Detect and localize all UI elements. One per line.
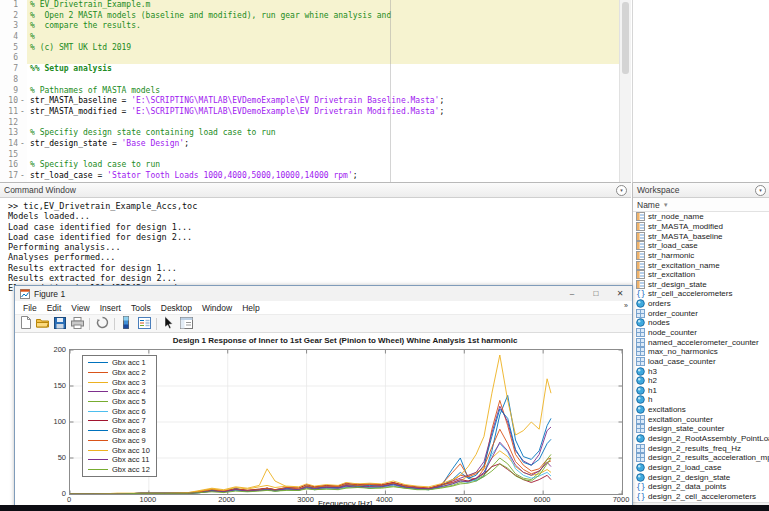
workspace-variable[interactable]: str_excitation_name [633,260,769,270]
menu-insert[interactable]: Insert [100,303,121,313]
code-segment: str_load_case = [30,171,107,180]
numeric-variable-icon [636,444,645,453]
code-segment: % Specifiy load case to run [30,160,160,169]
workspace-variable[interactable]: {}str_cell_accelerometers [633,289,769,299]
console-line: Models loaded... [8,211,631,221]
code-line[interactable]: 16% Specifiy load case to run [0,160,631,171]
workspace-variable[interactable]: design_state_counter [633,424,769,434]
workspace-variable[interactable]: named_accelerometer_counter [633,337,769,347]
workspace-variable[interactable]: node_counter [633,328,769,338]
line-number: 15 [0,150,18,161]
link-plot-button[interactable] [95,317,109,331]
menu-view[interactable]: View [71,303,89,313]
menu-edit[interactable]: Edit [47,303,62,313]
code-line[interactable]: 3% compare the results. [0,21,631,32]
edit-plot-button[interactable] [162,317,176,331]
workspace-variable[interactable]: design_2_load_case [633,463,769,473]
insert-legend-button[interactable] [137,317,151,331]
workspace-variable[interactable]: h3 [633,366,769,376]
code-line[interactable]: 2% Open 2 MASTA models (baseline and mod… [0,11,631,22]
code-line[interactable]: 10-str_MASTA_baseline = 'E:\SCRIPTING\MA… [0,96,631,107]
figure-titlebar[interactable]: Figure 1 –□✕ [15,286,632,301]
code-line[interactable]: 1% EV_Drivetrain_Example.m [0,0,631,11]
code-line[interactable]: 4% [0,32,631,43]
menu-help[interactable]: Help [242,303,259,313]
menu-window[interactable]: Window [202,303,232,313]
workspace-variable[interactable]: h2 [633,376,769,386]
line-number: 13 [0,128,18,139]
workspace-variable[interactable]: load_case_counter [633,357,769,367]
menu-file[interactable]: File [23,303,37,313]
workspace-variable[interactable]: str_design_state [633,279,769,289]
panel-menu-icon[interactable]: ▾ [616,185,627,196]
workspace-name-column-header[interactable]: Name ▼ [633,198,769,212]
workspace-variable[interactable]: nodes [633,318,769,328]
code-segment: 'Stator Tooth Loads 1000,4000,5000,10000… [107,171,353,180]
maximize-button[interactable]: □ [584,286,608,301]
editor-scrollbar[interactable] [619,0,631,182]
workspace-panel[interactable]: Workspace ▾ Name ▼ str_node_namestr_MAST… [632,183,769,511]
workspace-variable[interactable]: design_2_results_acceleration_mps2 [633,453,769,463]
workspace-variable[interactable]: order_counter [633,308,769,318]
variable-name: str_design_state [648,280,707,289]
close-button[interactable]: ✕ [608,286,632,301]
code-line[interactable]: 7%% Setup analysis [0,64,631,75]
workspace-variable[interactable]: {}design_2_cell_accelerometers [633,492,769,502]
code-line[interactable]: 5% (c) SMT UK Ltd 2019 [0,43,631,54]
plot-axes[interactable]: Gbx acc 1Gbx acc 2Gbx acc 3Gbx acc 4Gbx … [69,349,623,495]
code-line[interactable]: 8 [0,75,631,86]
workspace-variable[interactable]: str_node_name [633,212,769,222]
code-line[interactable]: 15 [0,150,631,161]
workspace-variable[interactable]: str_harmonic [633,251,769,261]
variable-name: design_2_load_case [648,463,721,472]
workspace-variable[interactable]: h1 [633,386,769,396]
code-line[interactable]: 6 [0,53,631,64]
code-line[interactable]: 11-str_MASTA_modified = 'E:\SCRIPTING\MA… [0,107,631,118]
variable-name: str_excitation_name [648,261,720,270]
open-file-button[interactable] [36,317,50,331]
figure-window[interactable]: Figure 1 –□✕ FileEditViewInsertToolsDesk… [14,285,633,511]
print-figure-button[interactable] [70,317,84,331]
workspace-variable[interactable]: design_2_design_state [633,472,769,482]
plot-legend[interactable]: Gbx acc 1Gbx acc 2Gbx acc 3Gbx acc 4Gbx … [82,355,157,477]
property-inspector-button[interactable] [179,317,193,331]
window-controls: –□✕ [560,286,632,301]
workspace-variable[interactable]: {}design_2_data_points [633,482,769,492]
workspace-variable[interactable]: str_MASTA_modified [633,222,769,232]
code-line[interactable]: 17-str_load_case = 'Stator Tooth Loads 1… [0,171,631,182]
legend-label: Gbx acc 12 [112,465,150,474]
minimize-button[interactable]: – [560,286,584,301]
workspace-variable[interactable]: orders [633,299,769,309]
editor-pane[interactable]: 1% EV_Drivetrain_Example.m2% Open 2 MAST… [0,0,631,183]
legend-entry: Gbx acc 12 [88,465,150,475]
save-figure-button[interactable] [53,317,67,331]
code-line[interactable]: 14-str_design_state = 'Base Design'; [0,139,631,150]
workspace-variable[interactable]: excitations [633,405,769,415]
workspace-variable[interactable]: max_no_harmonics [633,347,769,357]
workspace-variable[interactable]: str_excitation [633,270,769,280]
menu-tools[interactable]: Tools [131,303,151,313]
editor-empty-area [632,0,769,183]
workspace-variable[interactable]: design_2_results_freq_Hz [633,443,769,453]
menu-desktop[interactable]: Desktop [161,303,192,313]
command-window-output[interactable]: >> tic,EV_Drivetrain_Example_Accs,tocMod… [0,198,631,294]
workspace-variable[interactable]: design_2_RootAssembly_PointLoads [633,434,769,444]
legend-label: Gbx acc 4 [112,387,146,396]
panel-menu-icon[interactable]: ▾ [755,185,766,196]
variable-name: design_2_results_acceleration_mps2 [648,453,769,462]
legend-line-sample [88,440,108,441]
workspace-variable[interactable]: h [633,395,769,405]
menu-overflow-icon[interactable]: » [624,302,628,309]
code-line[interactable]: 13% Specifiy design state containing loa… [0,128,631,139]
new-figure-button[interactable] [19,317,33,331]
code-segment: str_MASTA_baseline = [30,96,131,105]
insert-colorbar-button[interactable] [120,317,134,331]
console-line: Results extracted for design 2... [8,273,631,283]
workspace-variable[interactable]: str_MASTA_baseline [633,231,769,241]
workspace-variable[interactable]: excitation_counter [633,414,769,424]
code-line[interactable]: 12 [0,118,631,129]
editor-scrollbar-thumb[interactable] [622,2,629,74]
workspace-variable[interactable]: str_load_case [633,241,769,251]
code-line[interactable]: 9% Pathnames of MASTA models [0,86,631,97]
variable-name: max_no_harmonics [648,347,718,356]
